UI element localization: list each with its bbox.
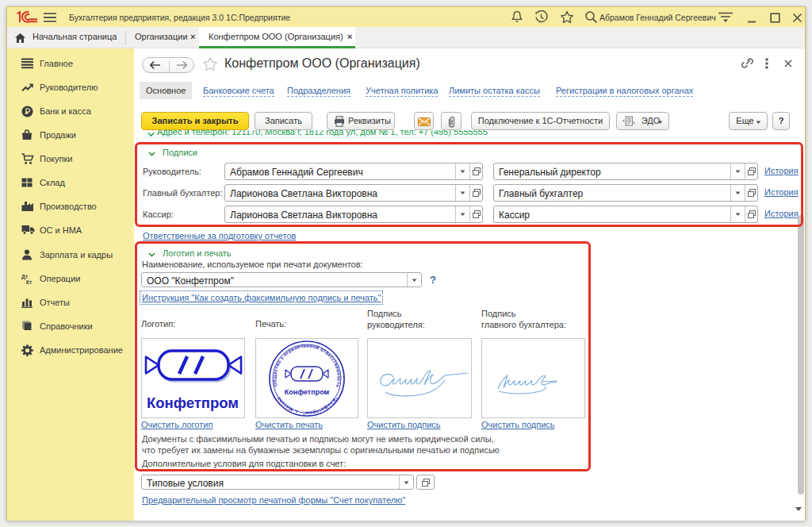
svg-text:Конфетпром: Конфетпром [147, 394, 239, 411]
svg-text:Кт: Кт [26, 279, 32, 285]
svg-text:Конфетпром: Конфетпром [285, 388, 330, 396]
svg-text:"Конфетпром" · г. Москва ·: "Конфетпром" · г. Москва · [274, 393, 339, 416]
